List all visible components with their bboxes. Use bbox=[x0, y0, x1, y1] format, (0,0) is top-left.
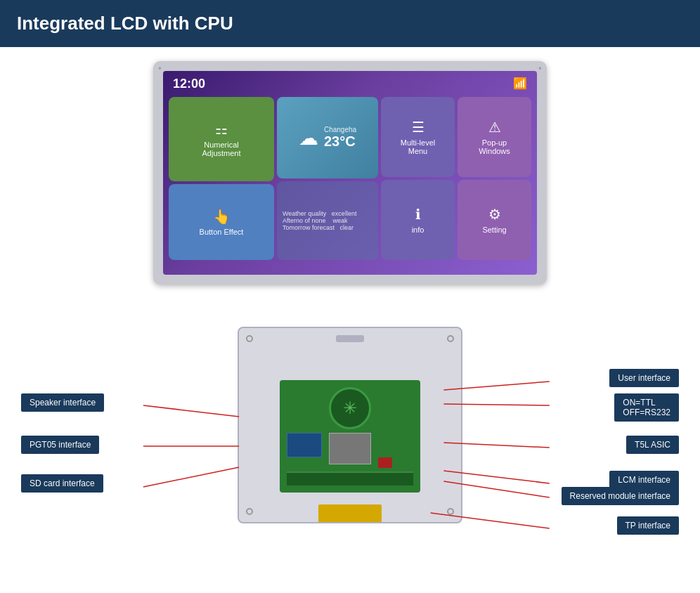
sdcard-interface-text: SD card interface bbox=[30, 478, 95, 488]
connector-strip bbox=[287, 471, 413, 486]
multilevel-icon: ☰ bbox=[412, 119, 424, 136]
fan-component: ✳ bbox=[329, 387, 371, 429]
numerical-icon: ⚏ bbox=[215, 121, 228, 138]
lcd-top-bar: 12:00 📶 bbox=[163, 71, 537, 97]
screw-tr bbox=[447, 335, 454, 342]
info-icon: ℹ bbox=[415, 206, 421, 223]
label-sdcard-interface: SD card interface bbox=[21, 474, 103, 493]
tile-weather-detail: Weather quality excellent Afterno of non… bbox=[277, 181, 378, 260]
user-interface-text: User interface bbox=[618, 373, 670, 383]
ic-chip-2 bbox=[329, 433, 371, 464]
pcb-diagram-section: ✳ bbox=[21, 306, 679, 559]
onttl-text: ON=TTLOFF=RS232 bbox=[623, 398, 670, 417]
label-t5l-asic: T5L ASIC bbox=[626, 436, 679, 454]
label-tp-interface: TP interface bbox=[617, 516, 679, 535]
pcb-container: ✳ bbox=[21, 313, 679, 537]
t5l-text: T5L ASIC bbox=[635, 440, 670, 450]
lcm-text: LCM interface bbox=[618, 475, 670, 485]
screw-br bbox=[447, 508, 454, 515]
svg-line-2 bbox=[143, 467, 239, 487]
speaker-interface-text: Speaker interface bbox=[30, 398, 96, 408]
screw-bl bbox=[246, 508, 253, 515]
lcd-section: 12:00 📶 ⚏ NumericalAdjustment 👆 Button E… bbox=[21, 61, 679, 285]
tile-weather: ☁ Changeha 23°C bbox=[277, 97, 378, 178]
yellow-connector bbox=[318, 504, 382, 522]
svg-line-0 bbox=[143, 405, 239, 417]
main-content: 12:00 📶 ⚏ NumericalAdjustment 👆 Button E… bbox=[0, 47, 700, 573]
tile-popup: ⚠ Pop-upWindows bbox=[458, 97, 531, 177]
reserved-text: Reserved module interface bbox=[570, 491, 670, 501]
lcd-time: 12:00 bbox=[173, 77, 205, 91]
screw-tl bbox=[246, 335, 253, 342]
label-speaker-interface: Speaker interface bbox=[21, 393, 104, 412]
tile-button: 👆 Button Effect bbox=[169, 184, 274, 260]
tile-info-label: info bbox=[412, 226, 424, 234]
setting-icon: ⚙ bbox=[488, 206, 501, 223]
pgt05-interface-text: PGT05 interface bbox=[30, 440, 91, 450]
tile-info: ℹ info bbox=[381, 180, 455, 260]
pcb-inner-board: ✳ bbox=[280, 380, 420, 493]
tp-text: TP interface bbox=[626, 521, 670, 530]
tile-numerical-label: NumericalAdjustment bbox=[202, 141, 240, 157]
page-header: Integrated LCD with CPU bbox=[0, 0, 700, 47]
page-title: Integrated LCD with CPU bbox=[17, 13, 233, 34]
board-notch bbox=[336, 335, 364, 342]
wifi-icon: 📶 bbox=[513, 77, 527, 91]
tile-popup-label: Pop-upWindows bbox=[479, 138, 510, 155]
tile-button-label: Button Effect bbox=[200, 228, 244, 236]
label-pgt05-interface: PGT05 interface bbox=[21, 436, 99, 454]
label-onttl-interface: ON=TTLOFF=RS232 bbox=[614, 393, 679, 422]
tile-setting: ⚙ Setting bbox=[458, 180, 531, 260]
popup-icon: ⚠ bbox=[488, 119, 501, 136]
tile-numerical: ⚏ NumericalAdjustment bbox=[169, 97, 274, 181]
pcb-board: ✳ bbox=[238, 327, 462, 523]
red-component bbox=[378, 457, 392, 468]
fan-icon: ✳ bbox=[343, 398, 357, 418]
lcd-frame: 12:00 📶 ⚏ NumericalAdjustment 👆 Button E… bbox=[153, 61, 547, 285]
label-reserved-module-interface: Reserved module interface bbox=[562, 487, 679, 505]
label-user-interface: User interface bbox=[609, 369, 679, 387]
ic-chip-1 bbox=[287, 433, 322, 457]
lcd-screen: 12:00 📶 ⚏ NumericalAdjustment 👆 Button E… bbox=[163, 71, 537, 275]
tile-setting-label: Setting bbox=[482, 226, 506, 234]
tile-multilevel-label: Multi-levelMenu bbox=[401, 138, 436, 155]
tile-multilevel: ☰ Multi-levelMenu bbox=[381, 97, 455, 177]
button-icon: 👆 bbox=[213, 208, 231, 225]
